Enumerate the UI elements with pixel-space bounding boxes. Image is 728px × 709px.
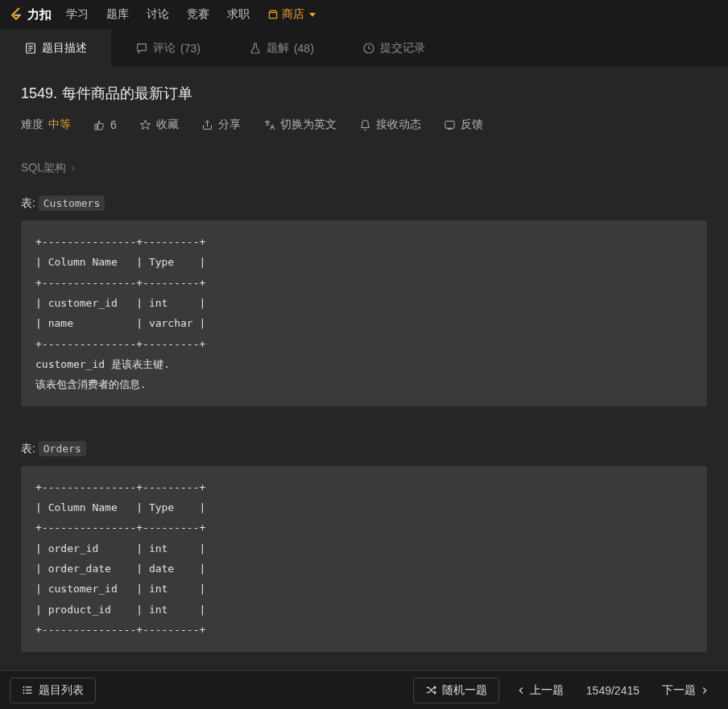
difficulty-label: 难度	[21, 117, 43, 132]
tab-submissions[interactable]: 提交记录	[338, 29, 449, 67]
next-button[interactable]: 下一题	[654, 678, 718, 703]
share-label: 分享	[218, 117, 241, 132]
table-name-orders: Orders	[39, 441, 86, 456]
svg-point-11	[23, 690, 25, 691]
thumbs-up-icon	[93, 119, 105, 131]
like-button[interactable]: 6	[93, 118, 117, 131]
favorite-button[interactable]: 收藏	[139, 117, 179, 132]
tab-solutions[interactable]: 题解 (48)	[225, 29, 338, 67]
nav-contest[interactable]: 竞赛	[187, 7, 209, 22]
nav-problems[interactable]: 题库	[106, 7, 129, 22]
nav-links: 学习 题库 讨论 竞赛 求职 商店	[66, 7, 316, 22]
difficulty-value: 中等	[48, 117, 71, 132]
feedback-label: 反馈	[461, 117, 483, 132]
flask-icon	[249, 42, 262, 55]
feedback-button[interactable]: 反馈	[444, 117, 483, 132]
bottom-right: 随机一题 上一题 1549/2415 下一题	[413, 678, 718, 703]
random-button[interactable]: 随机一题	[413, 678, 499, 703]
brand-logo[interactable]: 力扣	[8, 6, 52, 23]
problem-list-label: 题目列表	[39, 683, 84, 698]
problem-number: 1549.	[21, 85, 57, 102]
tab-submissions-label: 提交记录	[380, 41, 425, 56]
bottom-left: 题目列表	[10, 678, 96, 703]
sql-schema-link[interactable]: SQL架构	[21, 161, 707, 175]
svg-rect-0	[269, 13, 276, 19]
problem-name: 每件商品的最新订单	[62, 84, 192, 103]
problem-list-button[interactable]: 题目列表	[10, 678, 96, 703]
prev-button[interactable]: 上一题	[507, 678, 572, 703]
svg-point-10	[23, 686, 25, 688]
toggle-lang-label: 切换为英文	[280, 117, 337, 132]
share-button[interactable]: 分享	[201, 117, 241, 132]
content-area: 1549. 每件商品的最新订单 难度 中等 6 收藏 分享 切换为英文 接收动态	[0, 68, 728, 670]
brand-text: 力扣	[27, 7, 52, 23]
table-orders-label: 表: Orders	[21, 442, 707, 456]
problem-counter: 1549/2415	[580, 684, 646, 697]
table-prefix-1: 表:	[21, 196, 35, 209]
prev-label: 上一题	[530, 683, 564, 698]
codeblock-customers: +---------------+---------+ | Column Nam…	[21, 221, 707, 406]
translate-icon	[263, 119, 275, 131]
svg-rect-6	[445, 121, 454, 128]
tab-comments[interactable]: 评论 (73)	[111, 29, 225, 67]
tab-description[interactable]: 题目描述	[0, 29, 111, 67]
star-icon	[139, 119, 151, 131]
meta-row: 难度 中等 6 收藏 分享 切换为英文 接收动态 反馈	[21, 117, 707, 132]
chevron-right-icon	[699, 685, 710, 696]
leetcode-icon	[8, 6, 24, 23]
codeblock-orders: +---------------+---------+ | Column Nam…	[21, 466, 707, 652]
toggle-lang-button[interactable]: 切换为英文	[263, 117, 337, 132]
bottom-bar: 题目列表 随机一题 上一题 1549/2415 下一题	[0, 670, 728, 709]
sql-schema-label: SQL架构	[21, 161, 66, 175]
table-customers-label: 表: Customers	[21, 196, 707, 211]
svg-point-12	[23, 692, 25, 694]
share-icon	[201, 119, 213, 131]
top-nav: 力扣 学习 题库 讨论 竞赛 求职 商店	[0, 0, 728, 29]
nav-shop[interactable]: 商店	[267, 7, 316, 22]
comment-icon	[135, 42, 148, 55]
tab-bar: 题目描述 评论 (73) 题解 (48) 提交记录	[0, 29, 728, 68]
like-count: 6	[110, 118, 117, 131]
tab-solutions-count: (48)	[294, 42, 314, 55]
chevron-left-icon	[515, 685, 527, 696]
bell-icon	[359, 119, 371, 131]
list-icon	[22, 684, 34, 696]
feedback-icon	[444, 119, 456, 131]
favorite-label: 收藏	[156, 117, 179, 132]
nav-learn[interactable]: 学习	[66, 7, 89, 22]
difficulty: 难度 中等	[21, 117, 71, 132]
doc-icon	[24, 42, 37, 55]
nav-shop-label: 商店	[282, 7, 304, 22]
history-icon	[362, 42, 375, 55]
nav-jobs[interactable]: 求职	[227, 7, 250, 22]
tab-solutions-label: 题解	[267, 41, 289, 56]
nav-discuss[interactable]: 讨论	[147, 7, 169, 22]
caret-down-icon	[309, 13, 316, 17]
next-label: 下一题	[662, 683, 696, 698]
subscribe-label: 接收动态	[376, 117, 421, 132]
shuffle-icon	[425, 684, 437, 696]
problem-title: 1549. 每件商品的最新订单	[21, 84, 707, 103]
random-label: 随机一题	[442, 683, 487, 698]
table-prefix-2: 表:	[21, 442, 35, 455]
tab-comments-count: (73)	[180, 42, 201, 55]
table-name-customers: Customers	[39, 196, 105, 211]
tab-comments-label: 评论	[153, 41, 176, 56]
tab-description-label: 题目描述	[42, 41, 87, 56]
subscribe-button[interactable]: 接收动态	[359, 117, 421, 132]
chevron-right-icon	[69, 164, 77, 172]
shop-icon	[267, 9, 279, 20]
